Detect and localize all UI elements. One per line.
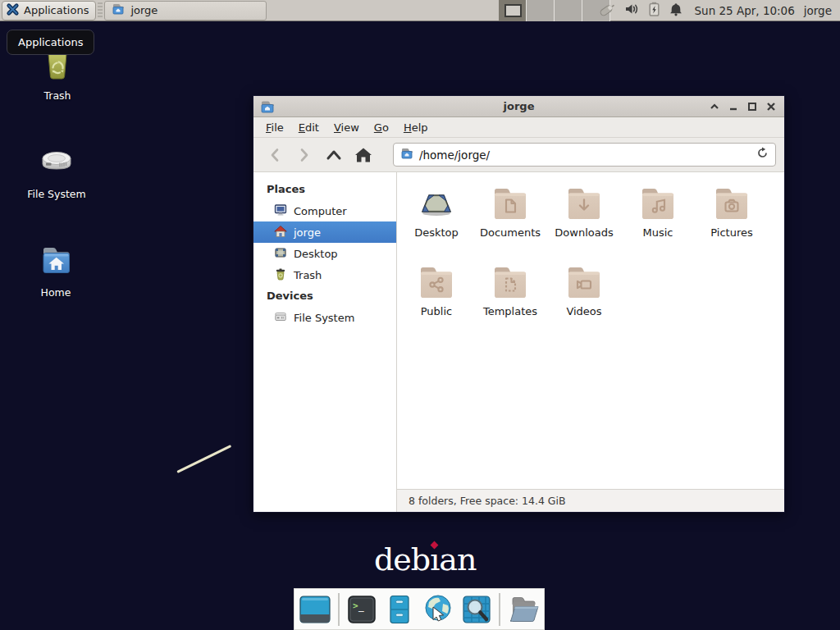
desktop-icon-file-system[interactable]: File System — [7, 141, 106, 200]
desktop-icon-label: File System — [7, 188, 106, 200]
sidebar-item-trash[interactable]: Trash — [253, 264, 396, 285]
file-item-documents[interactable]: Documents — [473, 183, 547, 262]
panel-clock[interactable]: Sun 25 Apr, 10:06 — [695, 4, 795, 17]
workspace-2[interactable] — [527, 0, 555, 21]
svg-text:_: _ — [358, 601, 364, 612]
window-titlebar[interactable]: jorge — [253, 96, 784, 117]
input-device-icon[interactable] — [597, 2, 615, 21]
applications-menu-button[interactable]: Applications — [2, 1, 96, 21]
sidebar-item-label: Computer — [294, 205, 347, 217]
minimize-button[interactable] — [728, 103, 738, 111]
home-button[interactable] — [350, 143, 377, 167]
downloads-folder-icon — [564, 183, 604, 222]
taskbar-item-label: jorge — [130, 4, 158, 16]
file-item-pictures[interactable]: Pictures — [695, 183, 769, 262]
home-icon — [274, 225, 287, 240]
file-item-templates[interactable]: Templates — [473, 262, 547, 340]
file-cabinet-icon[interactable] — [384, 594, 415, 625]
desktop-icon-home[interactable]: Home — [7, 240, 105, 299]
toolbar: /home/jorge/ — [253, 138, 784, 172]
pictures-folder-icon — [712, 183, 751, 222]
maximize-button[interactable] — [747, 103, 757, 111]
debian-logo: debıan — [374, 541, 476, 578]
desktop-icon-label: Home — [7, 286, 105, 299]
applications-tooltip: Applications — [7, 30, 94, 55]
location-folder-icon — [400, 147, 413, 163]
file-item-downloads[interactable]: Downloads — [547, 183, 621, 262]
up-button[interactable] — [321, 143, 347, 167]
workspace-window-preview — [504, 4, 522, 17]
xfce-applications-icon — [6, 2, 20, 19]
sidebar-header-devices: Devices — [253, 285, 396, 307]
dock: > _ — [294, 588, 545, 630]
music-folder-icon — [638, 183, 678, 222]
menu-view[interactable]: View — [328, 119, 365, 136]
shade-button[interactable] — [710, 103, 719, 111]
file-item-public[interactable]: Public — [399, 262, 473, 340]
file-item-label: Pictures — [695, 226, 769, 239]
workspace-1[interactable] — [499, 0, 527, 21]
battery-charging-icon[interactable] — [648, 2, 660, 20]
dock-separator — [499, 593, 500, 626]
file-grid: Desktop Documents — [399, 183, 777, 340]
window-title: jorge — [262, 100, 776, 112]
sidebar-item-file-system[interactable]: File System — [253, 307, 396, 328]
documents-folder-icon — [491, 183, 530, 222]
home-folder-icon — [7, 240, 105, 282]
user-menu[interactable]: jorge — [804, 4, 832, 17]
file-manager-folder-icon[interactable] — [507, 594, 540, 625]
file-item-desktop[interactable]: Desktop — [399, 183, 473, 262]
file-item-label: Desktop — [399, 226, 473, 239]
location-path[interactable]: /home/jorge/ — [419, 148, 751, 162]
web-browser-icon[interactable] — [422, 594, 454, 625]
file-item-label: Music — [621, 226, 695, 239]
menu-edit[interactable]: Edit — [293, 119, 325, 136]
workspace-switcher[interactable] — [499, 0, 610, 21]
window-folder-icon — [260, 99, 275, 117]
file-item-label: Downloads — [547, 226, 621, 239]
hard-drive-icon — [7, 141, 106, 184]
sidebar-item-label: Trash — [294, 269, 322, 281]
sidebar: Places Computer — [253, 172, 397, 512]
back-button[interactable] — [262, 143, 288, 167]
location-bar[interactable]: /home/jorge/ — [393, 143, 776, 167]
forward-button[interactable] — [291, 143, 317, 167]
public-folder-icon — [417, 262, 456, 301]
file-view[interactable]: Desktop Documents — [397, 172, 784, 512]
sidebar-item-label: Desktop — [294, 248, 338, 260]
templates-folder-icon — [491, 262, 530, 301]
videos-folder-icon — [564, 262, 604, 301]
drive-icon — [274, 310, 287, 326]
app-finder-icon[interactable] — [461, 594, 492, 625]
sidebar-item-jorge[interactable]: jorge — [253, 221, 396, 243]
panel-handle[interactable] — [98, 2, 103, 19]
menu-go[interactable]: Go — [368, 119, 395, 136]
taskbar-item-jorge[interactable]: jorge — [104, 1, 267, 21]
computer-icon — [274, 203, 287, 219]
trash-icon — [274, 267, 287, 283]
sidebar-item-desktop[interactable]: Desktop — [253, 243, 396, 264]
svg-text:>: > — [353, 600, 358, 611]
top-panel: Applications jorge — [0, 0, 840, 21]
terminal-icon[interactable]: > _ — [346, 594, 377, 625]
sidebar-item-label: jorge — [294, 226, 321, 239]
workspace-3[interactable] — [555, 0, 582, 21]
desktop-special-icon — [417, 183, 456, 222]
menu-file[interactable]: File — [260, 119, 290, 136]
sidebar-header-places: Places — [253, 179, 396, 200]
sidebar-item-computer[interactable]: Computer — [253, 200, 396, 221]
file-item-music[interactable]: Music — [621, 183, 695, 262]
notifications-bell-icon[interactable] — [669, 2, 682, 20]
close-button[interactable] — [766, 103, 776, 111]
file-item-videos[interactable]: Videos — [547, 262, 621, 340]
file-manager-window: jorge File Edit View Go Help — [253, 95, 785, 513]
show-desktop-icon[interactable] — [299, 594, 331, 625]
system-tray: Sun 25 Apr, 10:06 jorge — [597, 0, 840, 21]
volume-icon[interactable] — [624, 2, 639, 19]
applications-menu-label: Applications — [24, 4, 89, 16]
dock-separator — [338, 593, 340, 626]
menu-help[interactable]: Help — [398, 119, 434, 136]
sidebar-item-label: File System — [294, 312, 354, 324]
file-manager-icon — [112, 2, 125, 18]
reload-icon[interactable] — [756, 147, 769, 162]
